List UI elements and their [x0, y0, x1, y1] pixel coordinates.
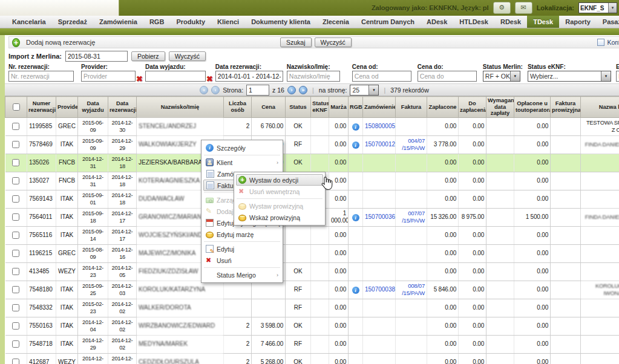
row-checkbox[interactable]: [12, 141, 19, 148]
clear-filter-icon[interactable]: ✖: [136, 74, 143, 83]
cell-zamowienie-link[interactable]: 150800005: [363, 117, 396, 135]
row-checkbox[interactable]: [12, 304, 19, 311]
info-icon[interactable]: [352, 214, 359, 221]
cell-zamowienie-link[interactable]: 150700038: [363, 281, 396, 299]
settings-gear-icon[interactable]: ⚙: [493, 2, 511, 14]
menu-item-htldesk[interactable]: HTLDesk: [453, 16, 494, 28]
select-all-checkbox[interactable]: [13, 103, 20, 111]
filter-input-cena-do[interactable]: [418, 71, 477, 82]
menu-item-sprzeda[interactable]: Sprzedaż: [52, 16, 93, 28]
cell-faktura-prowizyjna: [551, 299, 581, 317]
pobierz-button[interactable]: Pobierz: [131, 51, 165, 61]
per-page-select[interactable]: 25 ▾: [350, 85, 379, 96]
menu-item-zam-wienia[interactable]: Zamówienia: [93, 16, 143, 28]
cell-faktura-link[interactable]: 007/07 /15/PA/W: [396, 208, 427, 226]
filter-input-nr-rezerwacji[interactable]: [8, 71, 74, 82]
row-checkbox[interactable]: [12, 177, 19, 184]
filter-input-cena-od[interactable]: [352, 71, 411, 82]
first-page-button[interactable]: «: [200, 86, 208, 94]
menu-item-centrum-danych[interactable]: Centrum Danych: [355, 16, 421, 28]
filter-input-eksp[interactable]: [616, 71, 619, 82]
client-icon: [206, 158, 214, 166]
menu-item-szczeg-y[interactable]: Szczegóły: [203, 142, 281, 154]
cell-zaplacone: 0.00: [427, 335, 459, 353]
menu-item-tdesk[interactable]: TDesk: [527, 16, 559, 28]
row-checkbox[interactable]: [12, 195, 19, 203]
row-checkbox[interactable]: [12, 213, 19, 221]
clear-search-button[interactable]: Wyczyść: [315, 37, 352, 47]
cell-numer-rezerwacji: 7550163: [27, 317, 56, 335]
cell-nazwisko-imie: WALKER/DOROTA: [137, 299, 224, 317]
menu-item-rdesk[interactable]: RDesk: [494, 16, 527, 28]
filter-input-data-rezerwacji[interactable]: [215, 71, 283, 82]
info-icon[interactable]: [352, 141, 359, 149]
menu-item-produkty[interactable]: Produkty: [170, 16, 211, 28]
menu-item-klienci[interactable]: Klienci: [211, 16, 245, 28]
cell-data-wyjazdu: 2014-12-31: [78, 154, 108, 172]
lokalizacja-select[interactable]: EKNF_S ▾: [578, 2, 617, 13]
mail-icon[interactable]: ✉: [515, 2, 532, 14]
filter-input-provider[interactable]: [81, 71, 136, 82]
konfiguracja-button[interactable]: Konf: [597, 39, 619, 46]
cell-zamowienie-link[interactable]: 150700036: [363, 208, 396, 226]
cell-wymagana-data: [486, 135, 514, 154]
filter-label: Status eKNF:: [528, 63, 611, 70]
menu-item-usu-wewn-trzn[interactable]: Usuń wewnętrzną: [236, 186, 323, 197]
next-page-button[interactable]: ›: [287, 86, 296, 94]
lokalizacja-value: EKNF_S: [579, 5, 608, 11]
row-checkbox[interactable]: [12, 322, 19, 330]
row-checkbox[interactable]: [12, 286, 19, 293]
clear-filter-icon[interactable]: ✖: [206, 74, 213, 83]
filter-data-wyjazdu: Data wyjazdu:✖: [145, 63, 213, 82]
row-checkbox[interactable]: [12, 159, 19, 166]
menu-item-edytuj[interactable]: Edytuj: [203, 243, 281, 255]
cell-liczba-osob: 2: [224, 317, 252, 335]
menu-item-adesk[interactable]: ADesk: [421, 16, 453, 28]
menu-item-kancelaria[interactable]: Kancelaria: [6, 16, 52, 28]
table-row: 1199585GREC2015-06-092014-12-30STENCEL/A…: [5, 117, 619, 135]
filter-input-nazwisko-imi[interactable]: [287, 71, 340, 82]
menu-item-dokumenty-klienta[interactable]: Dokumenty klienta: [245, 16, 316, 28]
row-checkbox[interactable]: [12, 250, 19, 257]
menu-item-klient[interactable]: Klient›: [203, 157, 281, 168]
prev-page-button[interactable]: ‹: [211, 86, 220, 94]
page-number-input[interactable]: [246, 85, 269, 96]
filter-select-status-merlin[interactable]: RF + OK▾: [483, 71, 520, 82]
filter-input-data-wyjazdu[interactable]: [145, 71, 206, 82]
cell-liczba-osob: 2: [224, 117, 252, 135]
menu-item-rgb[interactable]: RGB: [143, 16, 170, 28]
cell-nazwa-klienta: [581, 262, 619, 281]
search-button[interactable]: Szukaj: [280, 37, 312, 47]
filter-select-status-eknf[interactable]: Wybierz...▾: [528, 71, 611, 82]
cell-zamowienie-link[interactable]: 150700012: [363, 135, 396, 154]
info-icon[interactable]: [352, 123, 359, 131]
row-checkbox[interactable]: [12, 340, 19, 348]
menu-item-wystaw-prowizyjn[interactable]: Wystaw prowizyjną: [236, 200, 323, 212]
cell-do-zaplacenia: 0.00: [459, 299, 486, 317]
import-clear-button[interactable]: Wyczyść: [169, 51, 206, 61]
cell-faktura-link[interactable]: 004/07 /15/PA/W: [396, 135, 427, 154]
menu-item-wystaw-do-edycji[interactable]: Wystaw do edycji: [236, 174, 323, 186]
menu-item-zlecenia[interactable]: Zlecenia: [316, 16, 355, 28]
menu-separator: [204, 241, 280, 242]
menu-item-wska-prowizyjn[interactable]: Wskaż prowizyjną: [236, 212, 323, 223]
menu-item-usu[interactable]: Usuń: [203, 255, 281, 266]
menu-item-raporty[interactable]: Raporty: [559, 16, 597, 28]
cell-do-zaplacenia: 0.00: [459, 172, 486, 190]
cell-rgb: [349, 281, 363, 299]
last-page-button[interactable]: »: [299, 86, 307, 94]
info-icon[interactable]: [352, 287, 359, 294]
add-reservation-button[interactable]: Dodaj nową rezerwację: [12, 38, 95, 47]
menu-item-pasa-erowie[interactable]: Pasażerowie: [597, 16, 619, 28]
row-checkbox[interactable]: [12, 123, 19, 130]
row-checkbox[interactable]: [12, 232, 19, 239]
import-date-input[interactable]: [65, 51, 128, 62]
cell-data-wyjazdu: 2015-08-09: [78, 244, 108, 262]
filter-status-eknf: Status eKNF:Wybierz...▾: [528, 63, 611, 82]
cell-faktura-link[interactable]: 008/07 /15/PA/W: [396, 281, 427, 299]
menu-item-status-merigo[interactable]: Status Merigo›: [203, 269, 281, 281]
row-checkbox[interactable]: [12, 359, 19, 364]
cell-marza: 0.00: [329, 190, 349, 208]
menu-item-edytuj-mar[interactable]: Edytuj marżę: [203, 229, 281, 240]
row-checkbox[interactable]: [12, 268, 19, 275]
